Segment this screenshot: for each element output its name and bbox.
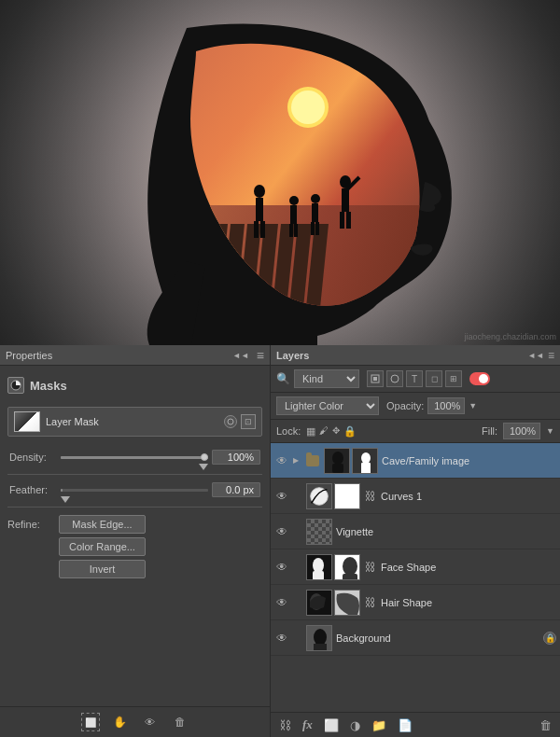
svg-point-12 xyxy=(311,487,329,505)
invert-button[interactable]: Invert xyxy=(59,560,146,578)
density-row: Density: 100% xyxy=(7,450,262,465)
density-value[interactable]: 100% xyxy=(212,450,260,465)
layer-mask-row[interactable]: Layer Mask ⊡ xyxy=(7,407,262,437)
filter-type-icon[interactable]: T xyxy=(406,370,423,387)
folder-icon-cave-family xyxy=(306,455,319,466)
circle-icon xyxy=(227,418,234,425)
layer-thumbs-vignette xyxy=(306,519,332,545)
layer-thumbs-background xyxy=(306,625,332,651)
new-group-icon[interactable]: 📁 xyxy=(369,717,389,733)
lock-position-icon[interactable]: ✥ xyxy=(332,425,340,438)
layer-item-background[interactable]: 👁 Background 🔒 xyxy=(271,620,560,656)
opacity-value[interactable]: 100% xyxy=(427,397,465,414)
layer-item-face-shape[interactable]: 👁 xyxy=(271,549,560,585)
layer-item-hair-shape[interactable]: 👁 xyxy=(271,585,560,620)
chain-icon-hair-shape: ⛓ xyxy=(365,596,376,609)
search-filter-icons: T ◻ ⊞ xyxy=(367,370,462,387)
new-layer-icon[interactable]: 📄 xyxy=(395,717,415,733)
layer-thumb-cave-family-mask xyxy=(352,448,378,474)
collapse-arrows-properties[interactable]: ◄◄ xyxy=(232,351,249,360)
selection-icon[interactable]: ⬜ xyxy=(81,713,100,731)
lock-icons: ▦ 🖌 ✥ 🔒 xyxy=(306,425,357,438)
layers-bottom-bar: ⛓ fx ⬜ ◑ 📁 📄 🗑 xyxy=(271,712,560,737)
eye-icon-vignette[interactable]: 👁 xyxy=(274,524,289,539)
layers-panel: Layers ◄◄ ≡ 🔍 Kind T ◻ ⊞ xyxy=(271,345,560,737)
filter-pixel-icon[interactable] xyxy=(367,370,384,387)
feather-value[interactable]: 0.0 px xyxy=(212,482,260,497)
mask-selection-icon[interactable]: ⊡ xyxy=(241,414,256,429)
filter-shape-icon[interactable]: ◻ xyxy=(426,370,442,387)
properties-title: Properties xyxy=(6,350,52,361)
add-mask-icon[interactable]: ⬜ xyxy=(321,717,342,733)
layer-name-background: Background xyxy=(336,633,539,644)
layer-item-cave-family[interactable]: 👁 ▶ xyxy=(271,443,560,479)
divider-2 xyxy=(7,507,262,508)
color-range-button[interactable]: Color Range... xyxy=(59,537,146,556)
svg-rect-7 xyxy=(332,464,343,473)
refine-label: Refine: xyxy=(7,515,59,530)
svg-rect-10 xyxy=(361,463,371,474)
layer-name-cave-family: Cave/Family image xyxy=(382,455,556,466)
filter-switch[interactable] xyxy=(469,372,490,385)
layer-thumb-face-shape-dark xyxy=(306,554,332,580)
fx-icon[interactable]: fx xyxy=(300,716,315,733)
eye-icon-curves1[interactable]: 👁 xyxy=(274,489,289,504)
background-lock-icon: 🔒 xyxy=(543,632,556,645)
svg-point-9 xyxy=(361,452,371,464)
layer-item-vignette[interactable]: 👁 Vignette xyxy=(271,514,560,549)
lock-pixels-icon[interactable]: 🖌 xyxy=(319,425,329,438)
mask-icon-box xyxy=(7,377,24,394)
collapse-arrows-layers[interactable]: ◄◄ xyxy=(527,351,544,360)
feather-slider[interactable] xyxy=(61,482,208,497)
layer-item-curves1[interactable]: 👁 ⛓ Curves 1 xyxy=(271,479,560,514)
filter-adjustment-icon[interactable] xyxy=(386,370,403,387)
eye-icon-background[interactable]: 👁 xyxy=(274,631,289,646)
svg-point-4 xyxy=(391,375,399,382)
layers-title: Layers xyxy=(276,350,309,361)
fill-label: Fill: xyxy=(482,425,497,437)
kind-select[interactable]: Kind xyxy=(294,369,359,388)
mask-mode-icon[interactable] xyxy=(224,415,237,428)
svg-rect-18 xyxy=(343,574,357,580)
fill-arrow-icon[interactable]: ▼ xyxy=(546,426,554,436)
divider-1 xyxy=(7,474,262,475)
panel-menu-properties[interactable]: ≡ xyxy=(257,348,264,363)
blend-mode-select[interactable]: Lighter Color Normal Multiply Screen xyxy=(276,396,379,415)
mask-edge-button[interactable]: Mask Edge... xyxy=(59,515,146,534)
eye-icon-face-shape[interactable]: 👁 xyxy=(274,560,289,575)
svg-point-1 xyxy=(228,419,233,424)
new-adjustment-icon[interactable]: ◑ xyxy=(347,717,363,733)
watermark: jiaocheng.chazidian.com xyxy=(464,332,556,341)
lock-row: Lock: ▦ 🖌 ✥ 🔒 Fill: 100% ▼ xyxy=(271,420,560,443)
density-slider[interactable] xyxy=(61,450,208,465)
eye-preview-icon[interactable]: 👁 xyxy=(141,713,160,731)
filter-smart-icon[interactable]: ⊞ xyxy=(445,370,462,387)
opacity-label: Opacity: xyxy=(386,400,424,411)
layer-thumb-cave-family xyxy=(324,448,350,474)
properties-bottom-bar: ⬜ ✋ 👁 🗑 xyxy=(0,706,270,737)
hand-icon[interactable]: ✋ xyxy=(111,713,130,731)
svg-point-23 xyxy=(314,629,327,646)
layers-search-row: 🔍 Kind T ◻ ⊞ xyxy=(271,366,560,393)
layer-thumbs-curves1 xyxy=(306,483,360,509)
expand-arrow-cave-family[interactable]: ▶ xyxy=(293,456,302,466)
properties-panel: Properties ◄◄ ≡ Masks xyxy=(0,345,271,737)
eye-icon-cave-family[interactable]: 👁 xyxy=(274,453,289,468)
link-layers-icon[interactable]: ⛓ xyxy=(276,717,294,733)
lock-all-icon[interactable]: 🔒 xyxy=(343,425,357,438)
refine-buttons: Mask Edge... Color Range... Invert xyxy=(59,515,146,578)
lock-transparent-icon[interactable]: ▦ xyxy=(306,425,315,438)
delete-layer-icon[interactable]: 🗑 xyxy=(537,717,554,733)
eye-icon-hair-shape[interactable]: 👁 xyxy=(274,595,289,610)
masks-label: Masks xyxy=(30,379,67,393)
opacity-arrow-icon[interactable]: ▼ xyxy=(469,401,477,410)
density-label: Density: xyxy=(9,452,61,463)
fill-value[interactable]: 100% xyxy=(503,423,540,439)
layers-menu-icon[interactable]: ≡ xyxy=(548,349,554,362)
main-canvas: jiaocheng.chazidian.com xyxy=(0,0,560,345)
delete-mask-icon[interactable]: 🗑 xyxy=(171,713,189,731)
layer-mask-label: Layer Mask xyxy=(46,416,99,427)
layer-name-vignette: Vignette xyxy=(336,526,556,537)
svg-point-6 xyxy=(332,452,343,465)
lock-label: Lock: xyxy=(276,425,301,437)
